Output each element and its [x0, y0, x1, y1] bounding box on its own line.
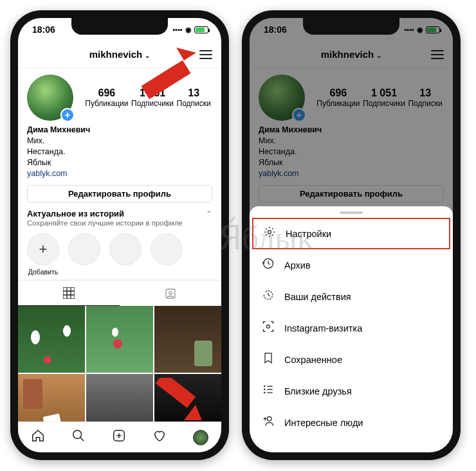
avatar[interactable]: +: [27, 75, 73, 121]
phone-right: 18:06 ▪▪▪▪ ◉ mikhnevich⌄ + 696Публикации…: [242, 10, 461, 460]
activity-icon: [261, 289, 275, 305]
post-thumb[interactable]: [154, 306, 221, 373]
nametag-icon: [261, 320, 275, 336]
highlight-placeholder: [109, 233, 142, 265]
svg-point-11: [264, 386, 266, 387]
screen-left: 18:06 ▪▪▪▪ ◉ mikhnevich⌄ + 696 Публи: [18, 18, 221, 452]
svg-rect-7: [156, 378, 196, 408]
svg-point-12: [264, 389, 266, 391]
menu-close-friends[interactable]: Близкие друзья: [250, 375, 453, 407]
battery-icon: [194, 26, 208, 33]
menu-archive[interactable]: Архив: [250, 249, 453, 281]
profile-tab-icon[interactable]: [193, 430, 208, 445]
menu-label: Сохраненное: [284, 355, 342, 365]
chevron-up-icon[interactable]: ⌃: [206, 209, 212, 218]
grid-icon: [63, 287, 75, 299]
annotation-arrow: [152, 378, 210, 429]
list-icon: [261, 383, 275, 399]
bio-link[interactable]: yablyk.com: [27, 168, 212, 179]
tagged-icon: [165, 288, 176, 299]
bio-line: Нестанда.: [27, 147, 212, 157]
stat-posts[interactable]: 696 Публикации: [85, 87, 128, 108]
phone-left: 18:06 ▪▪▪▪ ◉ mikhnevich⌄ + 696 Публи: [10, 10, 229, 460]
bio-line: Мих.: [27, 136, 212, 147]
bookmark-icon: [261, 351, 275, 368]
menu-label: Настройки: [286, 229, 331, 239]
wifi-icon: ◉: [185, 26, 192, 34]
menu-discover[interactable]: Интересные люди: [250, 407, 453, 438]
svg-point-13: [264, 392, 266, 394]
heart-icon[interactable]: [152, 429, 167, 446]
home-icon[interactable]: [31, 429, 45, 446]
menu-label: Близкие друзья: [284, 386, 352, 396]
menu-label: Ваши действия: [284, 292, 351, 302]
username-label: mikhnevich: [89, 49, 143, 60]
notch: [303, 18, 399, 35]
menu-nametag[interactable]: Instagram-визитка: [250, 312, 453, 344]
post-thumb[interactable]: [18, 306, 85, 373]
annotation-arrow: [135, 48, 206, 105]
svg-point-1: [169, 292, 172, 294]
highlight-placeholder: [68, 233, 100, 265]
highlight-add[interactable]: + Добавить: [27, 233, 59, 276]
plus-icon: +: [27, 233, 59, 265]
post-thumb[interactable]: [86, 306, 153, 373]
screen-right: 18:06 ▪▪▪▪ ◉ mikhnevich⌄ + 696Публикации…: [250, 18, 453, 452]
svg-point-14: [267, 416, 271, 421]
menu-sheet: Настройки Архив Ваши действия Instagram-…: [250, 206, 453, 452]
svg-point-10: [267, 325, 270, 328]
menu-activity[interactable]: Ваши действия: [250, 281, 453, 312]
add-story-icon[interactable]: +: [60, 108, 75, 122]
gear-icon: [262, 226, 277, 242]
signal-icon: ▪▪▪▪: [172, 26, 183, 33]
edit-profile-button[interactable]: Редактировать профиль: [27, 185, 212, 202]
menu-label: Instagram-визитка: [284, 323, 362, 333]
highlights-subtitle: Сохраняйте свои лучшие истории в профиле: [27, 219, 212, 227]
add-user-icon: [261, 414, 275, 431]
archive-icon: [261, 257, 275, 273]
notch: [71, 18, 168, 35]
highlight-placeholder: [151, 233, 183, 265]
svg-marker-4: [176, 48, 196, 60]
tab-tagged[interactable]: [120, 281, 221, 306]
menu-saved[interactable]: Сохраненное: [250, 344, 453, 375]
status-time: 18:06: [32, 24, 55, 35]
bio: Дима Михневич Мих. Нестанда. Яблык yably…: [18, 121, 221, 180]
svg-point-8: [268, 231, 271, 234]
sheet-grabber[interactable]: [340, 211, 363, 214]
search-icon[interactable]: [71, 429, 86, 446]
menu-label: Интересные люди: [284, 418, 363, 428]
add-post-icon[interactable]: [112, 429, 126, 446]
bio-name: Дима Михневич: [27, 125, 212, 136]
highlights-title: Актуальное из историй: [27, 209, 124, 218]
svg-point-2: [73, 431, 82, 439]
tab-grid[interactable]: [18, 281, 120, 306]
menu-settings[interactable]: Настройки: [252, 218, 450, 249]
bio-line: Яблык: [27, 157, 212, 168]
svg-rect-5: [141, 60, 190, 100]
highlights-section: Актуальное из историй ⌃ Сохраняйте свои …: [18, 209, 221, 280]
tabs: [18, 280, 221, 306]
menu-label: Архив: [284, 260, 311, 271]
